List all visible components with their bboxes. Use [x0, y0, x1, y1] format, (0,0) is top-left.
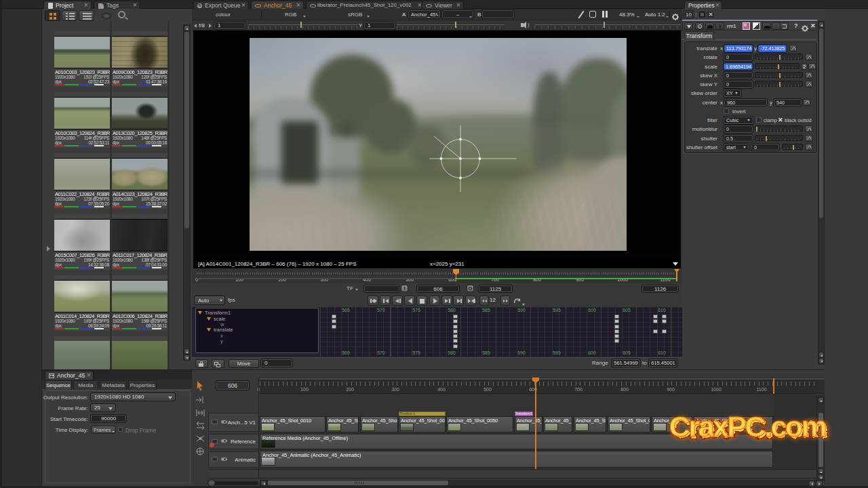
svg-text:CraxPC.com: CraxPC.com — [669, 410, 826, 443]
